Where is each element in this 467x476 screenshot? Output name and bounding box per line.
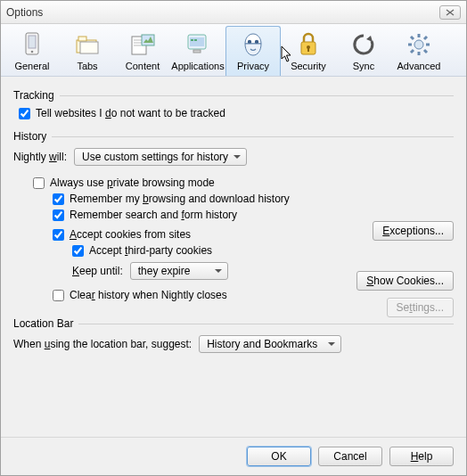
applications-icon bbox=[184, 30, 212, 59]
history-mode-select[interactable]: Use custom settings for history bbox=[74, 148, 247, 166]
help-button[interactable]: Help bbox=[389, 447, 454, 466]
tab-label: Tabs bbox=[77, 61, 97, 71]
tab-security[interactable]: Security bbox=[281, 26, 336, 76]
clear-on-close-label: Clear history when Nightly closes bbox=[70, 289, 227, 301]
clear-settings-button: Settings... bbox=[387, 298, 454, 317]
svg-point-2 bbox=[31, 51, 34, 53]
privacy-icon bbox=[239, 30, 267, 59]
content-icon bbox=[128, 30, 157, 59]
nightly-will-label: Nightly will: bbox=[13, 151, 67, 163]
svg-rect-10 bbox=[191, 39, 193, 41]
tab-tabs[interactable]: Tabs bbox=[60, 26, 115, 76]
history-block: Nightly will: Use custom settings for hi… bbox=[13, 148, 454, 301]
tab-label: Sync bbox=[353, 61, 374, 71]
svg-rect-11 bbox=[194, 39, 197, 41]
tab-label: Content bbox=[126, 61, 160, 71]
show-cookies-button[interactable]: Show Cookies... bbox=[356, 271, 454, 291]
svg-rect-17 bbox=[307, 48, 309, 52]
locationbar-suggest-value: History and Bookmarks bbox=[207, 338, 317, 350]
accept-third-party-label: Accept third-party cookies bbox=[89, 244, 212, 257]
remember-browsing-checkbox[interactable] bbox=[53, 193, 64, 205]
exceptions-button[interactable]: Exceptions... bbox=[373, 221, 454, 241]
accept-cookies-checkbox[interactable] bbox=[53, 229, 64, 241]
svg-rect-4 bbox=[78, 37, 86, 41]
tab-label: General bbox=[14, 61, 49, 71]
options-window: Options General Tabs Content bbox=[0, 0, 467, 476]
remember-browsing-label: Remember my browsing and download histor… bbox=[70, 193, 290, 205]
tab-general[interactable]: General bbox=[4, 26, 60, 76]
remember-forms-label: Remember search and form history bbox=[70, 209, 237, 221]
accept-third-party-checkbox[interactable] bbox=[72, 245, 84, 257]
tab-advanced[interactable]: Advanced bbox=[391, 26, 447, 76]
tracking-dnt-label: Tell websites I do not want to be tracke… bbox=[36, 107, 225, 119]
keep-until-select[interactable]: they expire bbox=[130, 262, 228, 280]
tracking-dnt-checkbox[interactable] bbox=[19, 108, 30, 119]
window-title: Options bbox=[6, 6, 439, 19]
dialog-footer: OK Cancel Help bbox=[1, 437, 466, 475]
general-icon bbox=[18, 30, 46, 59]
locationbar-section-label: Location Bar bbox=[13, 317, 454, 330]
locationbar-suggest-select[interactable]: History and Bookmarks bbox=[199, 335, 341, 353]
titlebar: Options bbox=[1, 1, 466, 24]
svg-rect-1 bbox=[29, 36, 36, 48]
svg-point-18 bbox=[414, 40, 423, 49]
tab-sync[interactable]: Sync bbox=[336, 26, 391, 76]
history-section-label: History bbox=[13, 130, 454, 143]
tab-label: Privacy bbox=[237, 61, 269, 71]
cancel-button[interactable]: Cancel bbox=[318, 447, 382, 466]
close-button[interactable] bbox=[439, 5, 461, 20]
category-toolbar: General Tabs Content Applications Privac… bbox=[1, 24, 466, 77]
svg-rect-7 bbox=[142, 35, 154, 45]
keep-until-value: they expire bbox=[138, 265, 191, 277]
tab-content[interactable]: Content bbox=[115, 26, 170, 76]
private-browsing-label: Always use private browsing mode bbox=[50, 176, 215, 189]
gear-icon bbox=[405, 30, 433, 59]
tabs-icon bbox=[73, 30, 102, 59]
keep-until-label: Keep until: bbox=[72, 265, 123, 277]
content-panel: Tracking Tell websites I do not want to … bbox=[1, 77, 466, 437]
svg-rect-9 bbox=[190, 37, 204, 46]
tab-label: Advanced bbox=[397, 61, 441, 71]
history-mode-value: Use custom settings for history bbox=[82, 151, 228, 163]
svg-rect-12 bbox=[193, 50, 201, 53]
security-icon bbox=[294, 30, 323, 59]
sync-icon bbox=[349, 30, 378, 59]
svg-rect-5 bbox=[80, 42, 98, 53]
tracking-section-label: Tracking bbox=[13, 89, 454, 102]
private-browsing-checkbox[interactable] bbox=[33, 177, 45, 189]
tab-applications[interactable]: Applications bbox=[170, 26, 225, 76]
accept-cookies-label: Accept cookies from sites bbox=[70, 228, 191, 241]
tab-privacy[interactable]: Privacy bbox=[225, 26, 281, 76]
tab-label: Security bbox=[291, 61, 326, 71]
tab-label: Applications bbox=[171, 61, 224, 71]
clear-on-close-checkbox[interactable] bbox=[53, 290, 64, 301]
locationbar-suggest-label: When using the location bar, suggest: bbox=[13, 338, 192, 350]
remember-forms-checkbox[interactable] bbox=[53, 209, 64, 221]
ok-button[interactable]: OK bbox=[247, 447, 311, 466]
